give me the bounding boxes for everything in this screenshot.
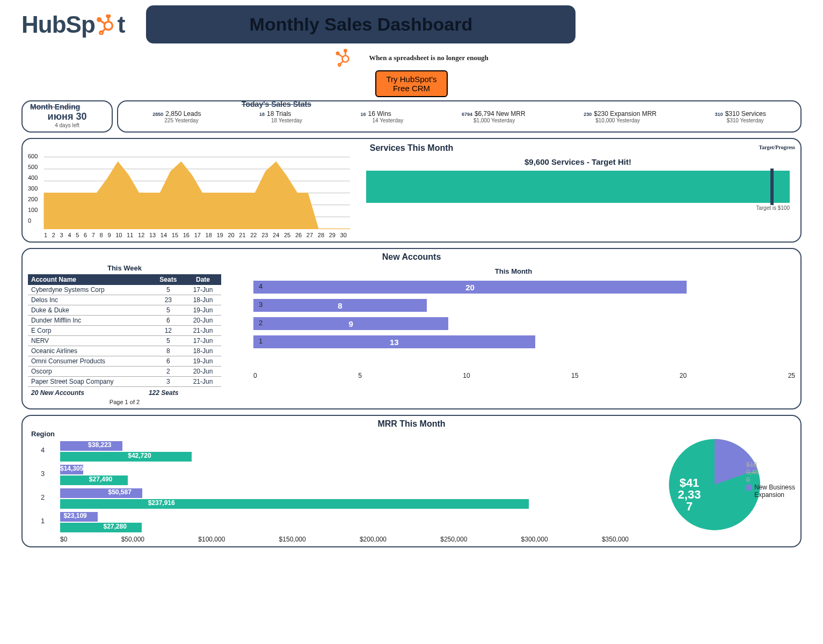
table-row: Dunder Mifflin Inc620-Jun — [28, 316, 221, 326]
stat-item: 1616 Wins 14 Yesterday — [360, 110, 403, 123]
legend-new-business: New Business — [746, 484, 795, 491]
promo-text: When a spreadsheet is no longer enough — [369, 54, 489, 62]
hubspot-logo: HubSp t — [21, 13, 125, 36]
services-progress-bar — [366, 171, 790, 203]
table-row: Oscorp220-Jun — [28, 367, 221, 377]
new-accounts-bar-chart: This Month 4 20 3 8 2 9 1 13 0510152025 — [232, 262, 795, 405]
services-title: Services This Month — [28, 143, 795, 153]
weekly-bar: 8 — [253, 299, 427, 312]
hubspot-sprocket-icon — [96, 14, 116, 35]
weekly-bar: 13 — [253, 335, 535, 348]
services-target-title: $9,600 Services - Target Hit! — [361, 157, 795, 166]
today-stats-title: Today's Sales Stats — [242, 100, 311, 108]
month-ending-box: Month Ending июня 30 4 days left — [21, 100, 113, 133]
region-label: Region — [31, 430, 629, 438]
target-progress-label: Target/Progress — [759, 144, 795, 150]
weekly-bar: 20 — [253, 281, 687, 294]
svg-point-11 — [337, 52, 339, 54]
table-row: Oceanic Airlines818-Jun — [28, 346, 221, 356]
today-stats-box: Today's Sales Stats 28502,850 Leads 225 … — [117, 100, 802, 133]
table-row: NERV517-Jun — [28, 336, 221, 346]
hubspot-sprocket-icon — [334, 49, 353, 67]
target-marker — [770, 169, 774, 205]
month-ending-sub: 4 days left — [30, 122, 104, 128]
table-row: Duke & Duke519-Jun — [28, 305, 221, 316]
svg-point-4 — [98, 18, 101, 21]
seats-total: 122 Seats — [149, 389, 178, 397]
svg-point-0 — [104, 21, 112, 30]
try-crm-button[interactable]: Try HubSpot's Free CRM — [375, 70, 447, 97]
services-area-chart: 600 500 400 300 200 100 0 — [28, 154, 350, 238]
this-month-label: This Month — [232, 267, 795, 275]
pie-center-label: $412,337 — [671, 477, 708, 513]
logo-text-a: HubSp — [21, 13, 95, 36]
new-accounts-panel: New Accounts This Week Account Name Seat… — [21, 248, 802, 409]
table-pagination: Page 1 of 2 — [28, 399, 221, 405]
services-target-foot: Target is $100 — [361, 205, 795, 211]
table-row: Omni Consumer Products619-Jun — [28, 356, 221, 367]
services-panel: Services This Month 600 500 400 300 200 … — [21, 138, 802, 243]
legend-expansion: Expansion — [746, 491, 795, 499]
stat-item: 28502,850 Leads 225 Yesterday — [152, 110, 201, 123]
mrr-pie-chart: $412,337 $18 0,45 0 New Business Expansi… — [634, 429, 795, 543]
stat-item: 6794$6,794 New MRR $1,000 Yesterday — [462, 110, 526, 123]
new-accounts-title: New Accounts — [28, 252, 795, 262]
stat-item: 230$230 Expansion MRR $10,000 Yesterday — [584, 110, 657, 123]
month-ending-date: июня 30 — [30, 111, 104, 122]
table-row: Cyberdyne Systems Corp517-Jun — [28, 285, 221, 295]
table-row: Paper Street Soap Company321-Jun — [28, 377, 221, 387]
mrr-legend: $18 0,45 0 New Business Expansion — [746, 461, 795, 499]
month-ending-label: Month Ending — [30, 103, 104, 111]
mrr-title: MRR This Month — [28, 419, 795, 429]
svg-point-2 — [107, 14, 110, 18]
svg-point-13 — [338, 64, 340, 66]
mrr-bar-chart: Region 4 $38,223 $42,720 3 $14,305 $27,4… — [28, 429, 629, 543]
svg-point-6 — [99, 31, 103, 34]
new-accounts-table: Account Name Seats Date Cyberdyne System… — [28, 274, 221, 387]
this-week-label: This Week — [28, 264, 221, 272]
stat-item: 1818 Trials 18 Yesterday — [259, 110, 302, 123]
svg-point-7 — [343, 56, 349, 62]
logo-text-b: t — [118, 13, 125, 36]
stat-item: 310$310 Services $310 Yesterday — [715, 110, 766, 123]
weekly-bar: 9 — [253, 317, 448, 330]
mrr-panel: MRR This Month Region 4 $38,223 $42,720 … — [21, 415, 802, 547]
svg-point-9 — [344, 49, 346, 52]
new-accounts-total: 20 New Accounts — [31, 389, 84, 397]
table-row: Delos Inc2318-Jun — [28, 295, 221, 305]
page-title: Monthly Sales Dashboard — [146, 5, 576, 43]
table-row: E Corp1221-Jun — [28, 326, 221, 336]
